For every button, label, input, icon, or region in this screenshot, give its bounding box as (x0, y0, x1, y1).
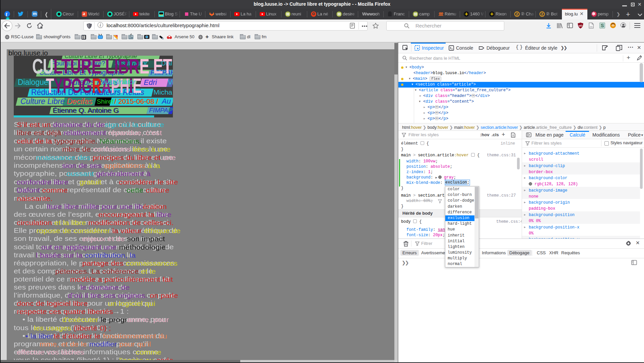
svg-text:uO: uO (579, 24, 582, 27)
